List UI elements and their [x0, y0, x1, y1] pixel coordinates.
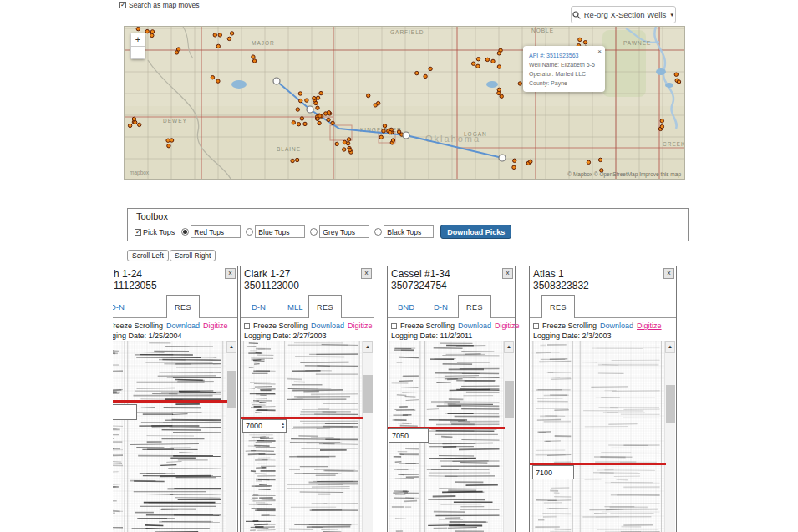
well-dot[interactable] — [660, 119, 663, 123]
well-dot[interactable] — [335, 142, 338, 145]
well-dot[interactable] — [382, 129, 385, 133]
well-dot[interactable] — [227, 37, 231, 40]
tab-d-n[interactable]: D-N — [113, 302, 125, 312]
log-scroll-area[interactable] — [531, 341, 665, 532]
well-dot[interactable] — [136, 27, 140, 30]
well-dot[interactable] — [291, 159, 294, 162]
well-dot[interactable] — [377, 101, 380, 104]
scroll-right-button[interactable]: Scroll Right — [170, 250, 216, 261]
well-dot[interactable] — [128, 124, 131, 127]
tab-res[interactable]: RES — [166, 295, 200, 318]
well-dot[interactable] — [300, 117, 303, 120]
well-dot[interactable] — [252, 59, 256, 63]
download-link[interactable]: Download — [311, 322, 344, 330]
scroll-left-button[interactable]: Scroll Left — [127, 250, 169, 261]
well-dot[interactable] — [313, 96, 316, 99]
well-dot[interactable] — [331, 121, 334, 124]
well-dot[interactable] — [513, 159, 516, 162]
checkbox-icon[interactable] — [119, 2, 126, 8]
well-dot[interactable] — [166, 139, 170, 142]
well-dot[interactable] — [587, 160, 590, 164]
panel-close-button[interactable]: x — [502, 268, 513, 279]
digitize-link[interactable]: Digitize — [348, 322, 373, 330]
selected-well-marker[interactable] — [403, 132, 409, 139]
log-scroll-area[interactable] — [241, 341, 363, 532]
digitize-link[interactable]: Digitize — [203, 322, 228, 330]
well-dot[interactable] — [316, 106, 319, 109]
selected-well-marker[interactable] — [499, 155, 506, 161]
well-dot[interactable] — [367, 94, 370, 97]
scrollbar-up-icon[interactable]: ▲ — [363, 341, 373, 353]
tops-input-2[interactable]: Grey Tops — [319, 225, 369, 238]
well-dot[interactable] — [296, 108, 299, 111]
panel-close-button[interactable]: x — [663, 268, 674, 279]
tops-radio-2[interactable] — [310, 228, 318, 236]
well-dot[interactable] — [476, 64, 480, 68]
well-dot[interactable] — [211, 76, 214, 79]
well-dot[interactable] — [175, 51, 178, 54]
map-attribution[interactable]: © Mapbox © OpenStreetMap Improve this ma… — [567, 171, 681, 177]
depth-spinner[interactable]: ▲▼ — [282, 423, 285, 430]
pick-tops-checkbox[interactable] — [135, 229, 141, 236]
popup-close-icon[interactable]: × — [597, 47, 602, 56]
well-dot[interactable] — [299, 99, 302, 102]
scrollbar-up-icon[interactable]: ▲ — [665, 341, 675, 353]
panel-close-button[interactable]: x — [361, 268, 372, 279]
log-scrollbar[interactable]: ▲ — [664, 341, 675, 532]
tab-res[interactable]: RES — [458, 295, 491, 318]
well-dot[interactable] — [230, 32, 233, 35]
well-dot[interactable] — [324, 112, 328, 115]
pick-top-line[interactable] — [113, 400, 227, 403]
panel-close-button[interactable]: x — [225, 268, 236, 279]
well-dot[interactable] — [216, 79, 220, 83]
well-dot[interactable] — [383, 124, 386, 128]
well-dot[interactable] — [497, 88, 501, 91]
well-dot[interactable] — [529, 160, 532, 163]
tab-res[interactable]: RES — [308, 295, 342, 318]
log-scrollbar[interactable]: ▲ — [503, 341, 514, 532]
reorg-xsection-wells-button[interactable]: Re-org X-Section Wells ▼ — [571, 6, 676, 23]
tops-input-3[interactable]: Black Tops — [384, 225, 434, 238]
well-dot[interactable] — [471, 62, 475, 65]
well-dot[interactable] — [132, 117, 135, 120]
well-dot[interactable] — [497, 52, 501, 55]
scrollbar-thumb[interactable] — [363, 375, 373, 413]
log-scroll-area[interactable] — [113, 341, 226, 532]
tab-res[interactable]: RES — [541, 295, 575, 318]
popup-api-line[interactable]: API #: 3511923563 — [529, 51, 599, 60]
tab-bnd[interactable]: BND — [398, 302, 414, 312]
well-dot[interactable] — [379, 135, 383, 139]
well-dot[interactable] — [316, 96, 319, 99]
freeze-scrolling-checkbox[interactable] — [391, 323, 397, 329]
well-dot[interactable] — [167, 144, 170, 148]
scrollbar-up-icon[interactable]: ▲ — [504, 341, 514, 353]
zoom-in-button[interactable]: + — [130, 33, 145, 46]
tops-radio-1[interactable] — [246, 228, 253, 236]
well-dot[interactable] — [389, 130, 392, 134]
well-dot[interactable] — [476, 58, 480, 61]
well-dot[interactable] — [170, 139, 173, 142]
well-dot[interactable] — [318, 121, 321, 124]
well-dot[interactable] — [347, 138, 350, 141]
well-dot[interactable] — [252, 55, 255, 58]
well-dot[interactable] — [677, 80, 680, 84]
zoom-out-button[interactable]: − — [130, 46, 145, 59]
scrollbar-up-icon[interactable]: ▲ — [226, 341, 236, 353]
well-dot[interactable] — [500, 94, 503, 98]
well-dot[interactable] — [296, 158, 299, 161]
tab-d-n[interactable]: D-N — [434, 302, 448, 312]
well-dot[interactable] — [297, 123, 300, 126]
tops-input-1[interactable]: Blue Tops — [255, 225, 305, 238]
well-dot[interactable] — [583, 41, 587, 44]
well-dot[interactable] — [518, 82, 521, 85]
well-dot[interactable] — [138, 123, 141, 126]
well-dot[interactable] — [292, 121, 295, 124]
scrollbar-thumb[interactable] — [227, 371, 236, 408]
download-link[interactable]: Download — [458, 322, 491, 330]
freeze-scrolling-checkbox[interactable] — [533, 323, 539, 329]
depth-input[interactable]: 7000▲▼ — [242, 419, 287, 433]
well-dot[interactable] — [429, 67, 432, 70]
scrollbar-thumb[interactable] — [505, 381, 514, 418]
well-dot[interactable] — [424, 74, 427, 78]
well-dot[interactable] — [343, 140, 346, 144]
